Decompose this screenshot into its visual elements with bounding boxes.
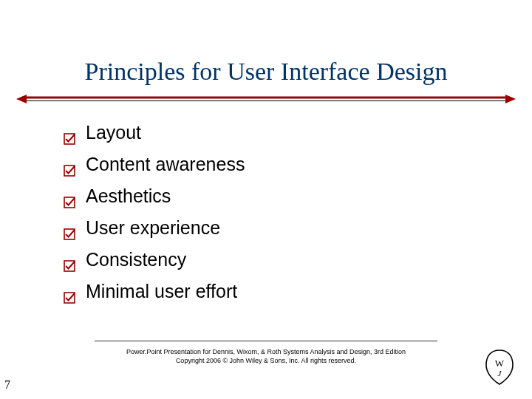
list-item-label: Consistency [86, 249, 186, 270]
svg-text:W: W [495, 358, 505, 369]
slide: Principles for User Interface Design Lay… [0, 0, 532, 399]
checkbox-icon [64, 128, 75, 140]
list-item-label: Aesthetics [86, 185, 171, 207]
bullet-list: Layout Content awareness Aesthetics User… [64, 117, 245, 307]
footer-line-2: Copyright 2006 © John Wiley & Sons, Inc.… [0, 356, 532, 365]
list-item: Content awareness [64, 149, 245, 180]
list-item-label: Content awareness [86, 154, 245, 175]
list-item: User experience [64, 212, 245, 244]
arrow-divider [16, 95, 516, 103]
checkbox-icon [64, 160, 75, 171]
list-item: Layout [64, 117, 245, 149]
title-underline [16, 95, 516, 103]
footer-rule [95, 341, 437, 341]
checkbox-icon [64, 223, 75, 235]
list-item: Minimal user effort [64, 276, 245, 307]
footer-line-1: Power.Point Presentation for Dennis, Wix… [0, 347, 532, 356]
svg-marker-3 [505, 95, 516, 103]
list-item: Consistency [64, 244, 245, 276]
publisher-logo: W J [483, 349, 516, 386]
list-item-label: Minimal user effort [86, 281, 237, 302]
svg-marker-2 [16, 95, 27, 103]
slide-title: Principles for User Interface Design [0, 58, 532, 86]
list-item-label: User experience [86, 217, 220, 239]
checkbox-icon [64, 191, 75, 203]
svg-text:J: J [498, 369, 502, 378]
footer-text: Power.Point Presentation for Dennis, Wix… [0, 347, 532, 365]
checkbox-icon [64, 255, 75, 267]
list-item-label: Layout [86, 122, 141, 143]
list-item: Aesthetics [64, 180, 245, 212]
slide-number: 7 [4, 378, 10, 392]
checkbox-icon [64, 287, 75, 299]
